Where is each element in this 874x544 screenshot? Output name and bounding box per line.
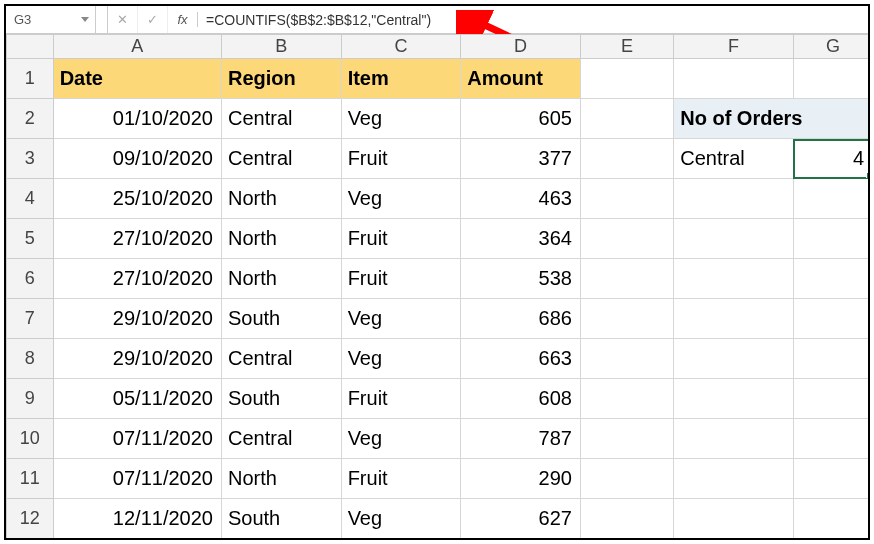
cell-F11[interactable] — [674, 459, 794, 499]
cell-A5[interactable]: 27/10/2020 — [53, 219, 221, 259]
cell-C10[interactable]: Veg — [341, 419, 461, 459]
cell-D9[interactable]: 608 — [461, 379, 581, 419]
cell-C4[interactable]: Veg — [341, 179, 461, 219]
cell-E10[interactable] — [580, 419, 673, 459]
cell-G8[interactable] — [793, 339, 868, 379]
cell-A6[interactable]: 27/10/2020 — [53, 259, 221, 299]
cell-C6[interactable]: Fruit — [341, 259, 461, 299]
row-head-5[interactable]: 5 — [7, 219, 54, 259]
cell-C9[interactable]: Fruit — [341, 379, 461, 419]
cell-C12[interactable]: Veg — [341, 499, 461, 539]
cell-E3[interactable] — [580, 139, 673, 179]
cell-D5[interactable]: 364 — [461, 219, 581, 259]
col-head-E[interactable]: E — [580, 35, 673, 59]
cell-E5[interactable] — [580, 219, 673, 259]
cell-A7[interactable]: 29/10/2020 — [53, 299, 221, 339]
spreadsheet-grid[interactable]: A B C D E F G 1 Date Region Item Amount — [6, 34, 868, 538]
row-head-11[interactable]: 11 — [7, 459, 54, 499]
cell-A9[interactable]: 05/11/2020 — [53, 379, 221, 419]
formula-confirm-icon[interactable]: ✓ — [138, 6, 168, 33]
cell-B2[interactable]: Central — [221, 99, 341, 139]
cell-A12[interactable]: 12/11/2020 — [53, 499, 221, 539]
cell-C3[interactable]: Fruit — [341, 139, 461, 179]
col-head-B[interactable]: B — [221, 35, 341, 59]
cell-E11[interactable] — [580, 459, 673, 499]
cell-B7[interactable]: South — [221, 299, 341, 339]
cell-G4[interactable] — [793, 179, 868, 219]
cell-D10[interactable]: 787 — [461, 419, 581, 459]
cell-B1[interactable]: Region — [221, 59, 341, 99]
cell-A4[interactable]: 25/10/2020 — [53, 179, 221, 219]
cell-F5[interactable] — [674, 219, 794, 259]
row-head-12[interactable]: 12 — [7, 499, 54, 539]
row-head-10[interactable]: 10 — [7, 419, 54, 459]
cell-D4[interactable]: 463 — [461, 179, 581, 219]
cell-E7[interactable] — [580, 299, 673, 339]
cell-F8[interactable] — [674, 339, 794, 379]
cell-A3[interactable]: 09/10/2020 — [53, 139, 221, 179]
cell-E9[interactable] — [580, 379, 673, 419]
cell-C5[interactable]: Fruit — [341, 219, 461, 259]
cell-B4[interactable]: North — [221, 179, 341, 219]
cell-D7[interactable]: 686 — [461, 299, 581, 339]
cell-B11[interactable]: North — [221, 459, 341, 499]
cell-A1[interactable]: Date — [53, 59, 221, 99]
cell-G10[interactable] — [793, 419, 868, 459]
cell-B10[interactable]: Central — [221, 419, 341, 459]
row-head-8[interactable]: 8 — [7, 339, 54, 379]
cell-D6[interactable]: 538 — [461, 259, 581, 299]
cell-F4[interactable] — [674, 179, 794, 219]
cell-C2[interactable]: Veg — [341, 99, 461, 139]
name-box[interactable]: G3 — [6, 6, 96, 33]
cell-D1[interactable]: Amount — [461, 59, 581, 99]
cell-B12[interactable]: South — [221, 499, 341, 539]
cell-E4[interactable] — [580, 179, 673, 219]
cell-D3[interactable]: 377 — [461, 139, 581, 179]
cell-E12[interactable] — [580, 499, 673, 539]
cell-E1[interactable] — [580, 59, 673, 99]
cell-F3[interactable]: Central — [674, 139, 794, 179]
cell-B8[interactable]: Central — [221, 339, 341, 379]
row-head-7[interactable]: 7 — [7, 299, 54, 339]
cell-G5[interactable] — [793, 219, 868, 259]
cell-A10[interactable]: 07/11/2020 — [53, 419, 221, 459]
cell-A8[interactable]: 29/10/2020 — [53, 339, 221, 379]
cell-G1[interactable] — [793, 59, 868, 99]
cell-B5[interactable]: North — [221, 219, 341, 259]
formula-cancel-icon[interactable]: ✕ — [108, 6, 138, 33]
cell-F12[interactable] — [674, 499, 794, 539]
formula-input[interactable]: =COUNTIFS($B$2:$B$12,"Central") — [198, 6, 868, 33]
cell-A2[interactable]: 01/10/2020 — [53, 99, 221, 139]
row-head-1[interactable]: 1 — [7, 59, 54, 99]
cell-F1[interactable] — [674, 59, 794, 99]
cell-E2[interactable] — [580, 99, 673, 139]
cell-F6[interactable] — [674, 259, 794, 299]
row-head-2[interactable]: 2 — [7, 99, 54, 139]
select-all-corner[interactable] — [7, 35, 54, 59]
row-head-6[interactable]: 6 — [7, 259, 54, 299]
cell-A11[interactable]: 07/11/2020 — [53, 459, 221, 499]
cell-B9[interactable]: South — [221, 379, 341, 419]
cell-G11[interactable] — [793, 459, 868, 499]
row-head-4[interactable]: 4 — [7, 179, 54, 219]
cell-G9[interactable] — [793, 379, 868, 419]
cell-E8[interactable] — [580, 339, 673, 379]
cell-D8[interactable]: 663 — [461, 339, 581, 379]
cell-F9[interactable] — [674, 379, 794, 419]
fx-icon[interactable]: fx — [168, 12, 198, 27]
cell-D2[interactable]: 605 — [461, 99, 581, 139]
cell-G6[interactable] — [793, 259, 868, 299]
cell-E6[interactable] — [580, 259, 673, 299]
cell-C1[interactable]: Item — [341, 59, 461, 99]
col-head-G[interactable]: G — [793, 35, 868, 59]
cell-C7[interactable]: Veg — [341, 299, 461, 339]
row-head-9[interactable]: 9 — [7, 379, 54, 419]
cell-F2-G2[interactable]: No of Orders — [674, 99, 868, 139]
col-head-D[interactable]: D — [461, 35, 581, 59]
cell-G3[interactable]: 4 — [793, 139, 868, 179]
cell-F10[interactable] — [674, 419, 794, 459]
cell-B6[interactable]: North — [221, 259, 341, 299]
cell-G7[interactable] — [793, 299, 868, 339]
col-head-F[interactable]: F — [674, 35, 794, 59]
cell-D11[interactable]: 290 — [461, 459, 581, 499]
